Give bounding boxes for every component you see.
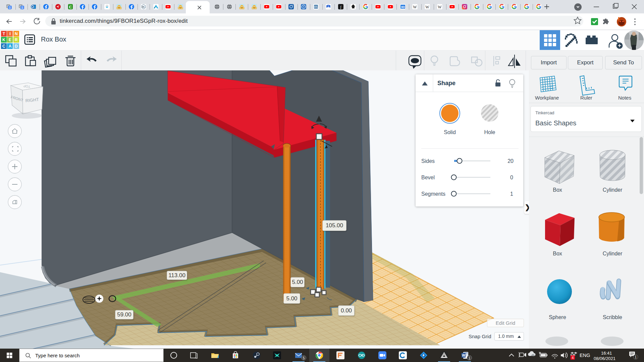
svg-text:Workplane: Workplane: [535, 95, 559, 101]
svg-text:STL: STL: [314, 6, 318, 8]
svg-text:08/06/2021: 08/06/2021: [594, 356, 615, 361]
svg-text:Solid: Solid: [444, 129, 456, 135]
svg-text:0: 0: [510, 175, 513, 180]
svg-text:Scribble: Scribble: [603, 314, 622, 320]
svg-text:W: W: [413, 5, 417, 9]
svg-text:Box: Box: [553, 251, 562, 256]
svg-text:3D: 3D: [401, 5, 405, 9]
svg-text:Segments: Segments: [421, 191, 445, 197]
svg-text:W: W: [462, 354, 465, 357]
svg-text:文: 文: [8, 6, 11, 9]
svg-text:Box: Box: [553, 187, 562, 193]
svg-text:4: 4: [572, 356, 574, 360]
svg-text:Cylinder: Cylinder: [603, 251, 623, 256]
svg-text:Tinkercad: Tinkercad: [535, 110, 554, 115]
svg-text:W: W: [438, 5, 442, 9]
svg-text:Hole: Hole: [484, 129, 495, 135]
svg-text:Notes: Notes: [618, 95, 631, 101]
svg-text:Shape: Shape: [437, 80, 455, 86]
svg-text:Bevel: Bevel: [421, 175, 435, 180]
svg-text:Sides: Sides: [421, 158, 435, 164]
svg-text:文: 文: [21, 6, 24, 9]
svg-text:Ruler: Ruler: [580, 95, 592, 101]
svg-text:W: W: [425, 5, 429, 9]
svg-text:Cylinder: Cylinder: [603, 187, 623, 193]
svg-text:1: 1: [510, 191, 513, 197]
svg-text:T: T: [303, 5, 305, 8]
svg-text:20: 20: [507, 158, 514, 164]
svg-text:16:41: 16:41: [601, 351, 612, 356]
svg-text:Basic Shapes: Basic Shapes: [535, 119, 576, 127]
svg-text:ENG: ENG: [580, 353, 590, 358]
svg-text:M.: M.: [142, 5, 145, 8]
svg-text:TOP: TOP: [23, 84, 31, 88]
svg-text:C: C: [69, 5, 72, 9]
svg-text:1: 1: [635, 355, 637, 359]
svg-text:Sphere: Sphere: [549, 314, 566, 320]
